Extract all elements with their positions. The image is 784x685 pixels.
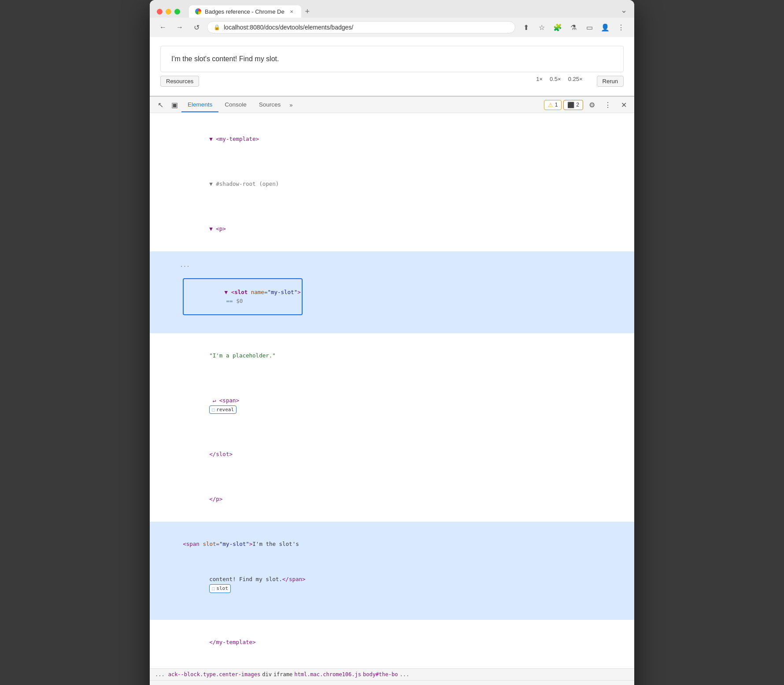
inspect-tool-icon[interactable]: ▣	[167, 97, 181, 113]
warning-count: 1	[555, 102, 558, 108]
span-slot-close-tag: </span>	[282, 576, 306, 582]
bookmark-icon[interactable]: ☆	[536, 21, 548, 33]
dom-row-slot-close[interactable]: </slot>	[150, 432, 634, 477]
active-tab[interactable]: Badges reference - Chrome De ✕	[189, 5, 301, 18]
profile-icon[interactable]: 👤	[599, 21, 611, 33]
tab-console[interactable]: Console	[218, 98, 253, 112]
maximize-window-button[interactable]	[174, 9, 180, 15]
more-bottom-tabs-button[interactable]: »	[397, 681, 406, 685]
rerun-button[interactable]: Rerun	[597, 76, 624, 87]
span-slot-open-tag: <span	[183, 541, 200, 547]
reveal-badge-icon: ⬚	[212, 406, 214, 413]
dom-row-shadow-root[interactable]: ▼ #shadow-root (open)	[150, 162, 634, 206]
tab-title: Badges reference - Chrome De	[205, 8, 285, 15]
tab-properties[interactable]: Properties	[301, 681, 340, 685]
more-tabs-button[interactable]: »	[287, 98, 295, 112]
tab-dom-breakpoints[interactable]: DOM Breakpoints	[340, 681, 397, 685]
slot-equals-sign: == $0	[226, 298, 243, 304]
placeholder-text: "I'm a placeholder."	[209, 352, 276, 359]
dom-row-placeholder[interactable]: "I'm a placeholder."	[150, 333, 634, 378]
slot-tag-bracket-close: >	[297, 289, 301, 295]
breadcrumb-item-0[interactable]: ack--block.type.center-images	[168, 671, 261, 678]
breadcrumb-item-3[interactable]: html.mac.chrome106.js	[294, 671, 361, 678]
dom-row-p-close[interactable]: </p>	[150, 477, 634, 522]
tab-styles[interactable]: Styles	[192, 681, 220, 685]
close-tab-button[interactable]: ✕	[288, 8, 295, 15]
zoom-controls: 1× 0.5× 0.25× Rerun	[536, 76, 624, 87]
dom-row-my-template-open[interactable]: ▼ <my-template>	[150, 117, 634, 162]
more-options-icon[interactable]: ⋮	[601, 97, 615, 113]
back-button[interactable]: ←	[157, 21, 169, 33]
share-icon[interactable]: ⬆	[520, 21, 532, 33]
new-tab-button[interactable]: +	[301, 5, 314, 18]
slot-badge[interactable]: ⬚ slot	[209, 584, 231, 593]
tab-layout[interactable]: Layout	[220, 681, 249, 685]
window-controls[interactable]: ⌄	[621, 5, 627, 18]
span-tag: ↵ <span>	[209, 397, 239, 404]
devtools-panel: ↖ ▣ Elements Console Sources » ⚠ 1 ⬛ 2 ⚙…	[150, 96, 634, 685]
bottom-tab-bar: Computed Styles Layout Event Listeners P…	[150, 681, 634, 685]
close-devtools-icon[interactable]: ✕	[617, 97, 631, 113]
tab-sources[interactable]: Sources	[253, 98, 287, 112]
breadcrumb-item-4[interactable]: body#the-bo	[363, 671, 398, 678]
zoom-025x-button[interactable]: 0.25×	[568, 76, 583, 87]
forward-button[interactable]: →	[174, 21, 186, 33]
dom-row-my-template-close[interactable]: </my-template>	[150, 620, 634, 665]
breadcrumb-bar: ... ack--block.type.center-images div if…	[150, 668, 634, 681]
devtools-right-controls: ⚠ 1 ⬛ 2 ⚙ ⋮ ✕	[544, 97, 631, 113]
desktop-icon[interactable]: ▭	[583, 21, 595, 33]
reveal-badge[interactable]: ⬚ reveal	[209, 405, 237, 414]
traffic-lights	[157, 9, 180, 15]
span-slot-text1: I'm the slot's	[252, 541, 299, 547]
tab-event-listeners[interactable]: Event Listeners	[249, 681, 301, 685]
breadcrumb-start-ellipsis[interactable]: ...	[155, 671, 165, 678]
slot-element-highlight: ▼ <slot name="my-slot"> == $0	[183, 278, 302, 315]
p-close-tag: </p>	[209, 496, 222, 502]
zoom-1x-button[interactable]: 1×	[536, 76, 543, 87]
dom-tree: ▼ <my-template> ▼ #shadow-root (open) ▼ …	[150, 113, 634, 668]
menu-icon[interactable]: ⋮	[615, 21, 627, 33]
chrome-logo-icon	[195, 8, 201, 15]
nav-bar: ← → ↺ 🔒 localhost:8080/docs/devtools/ele…	[150, 18, 634, 37]
slot-content-text: I'm the slot's content! Find my slot.	[171, 55, 279, 63]
slot-badge-icon: ⬚	[212, 585, 214, 592]
breadcrumb-item-2[interactable]: iframe	[274, 671, 292, 678]
span-slot-text2: content! Find my slot.	[209, 576, 282, 582]
dom-row-p-open[interactable]: ▼ <p>	[150, 206, 634, 251]
url-text: localhost:8080/docs/devtools/elements/ba…	[224, 24, 353, 31]
warning-badge[interactable]: ⚠ 1	[544, 100, 562, 110]
tab-elements[interactable]: Elements	[181, 98, 218, 112]
ellipsis-marker: ...	[176, 261, 190, 268]
minimize-window-button[interactable]	[166, 9, 171, 15]
tab-computed[interactable]: Computed	[153, 681, 192, 685]
flask-icon[interactable]: ⚗	[567, 21, 580, 33]
nav-icons: ⬆ ☆ 🧩 ⚗ ▭ 👤 ⋮	[520, 21, 627, 33]
resources-button[interactable]: Resources	[160, 76, 199, 87]
breadcrumb-end-ellipsis[interactable]: ...	[399, 671, 409, 678]
dom-row-span-reveal[interactable]: ↵ <span> ⬚ reveal	[150, 378, 634, 432]
p-open-tag: ▼ <p>	[209, 225, 226, 232]
slot-tag-name: slot	[234, 289, 248, 295]
dom-row-slot[interactable]: ... ▼ <slot name="my-slot"> == $0	[150, 251, 634, 333]
zoom-05x-button[interactable]: 0.5×	[550, 76, 561, 87]
lock-icon: 🔒	[214, 24, 220, 30]
dom-row-span-slot[interactable]: <span slot="my-slot">I'm the slot's cont…	[150, 522, 634, 619]
address-bar[interactable]: 🔒 localhost:8080/docs/devtools/elements/…	[207, 21, 515, 33]
extension-icon[interactable]: 🧩	[551, 21, 564, 33]
page-controls: Resources 1× 0.5× 0.25× Rerun	[160, 72, 624, 87]
page-content: I'm the slot's content! Find my slot. Re…	[150, 37, 634, 96]
slot-content-box: I'm the slot's content! Find my slot.	[160, 46, 624, 72]
error-icon: ⬛	[567, 102, 574, 108]
reload-button[interactable]: ↺	[190, 21, 203, 33]
error-badge[interactable]: ⬛ 2	[563, 100, 583, 110]
devtools-tab-bar: ↖ ▣ Elements Console Sources » ⚠ 1 ⬛ 2 ⚙…	[150, 97, 634, 113]
my-template-close-tag: </my-template>	[209, 639, 255, 645]
slot-close-tag: </slot>	[209, 451, 233, 457]
cursor-tool-icon[interactable]: ↖	[153, 97, 167, 113]
settings-icon[interactable]: ⚙	[585, 97, 599, 113]
slot-tag-bracket-open: ▼ <	[225, 289, 235, 295]
close-window-button[interactable]	[157, 9, 163, 15]
breadcrumb-item-1[interactable]: div	[262, 671, 272, 678]
warning-icon: ⚠	[548, 102, 553, 108]
reveal-badge-label: reveal	[216, 406, 234, 414]
